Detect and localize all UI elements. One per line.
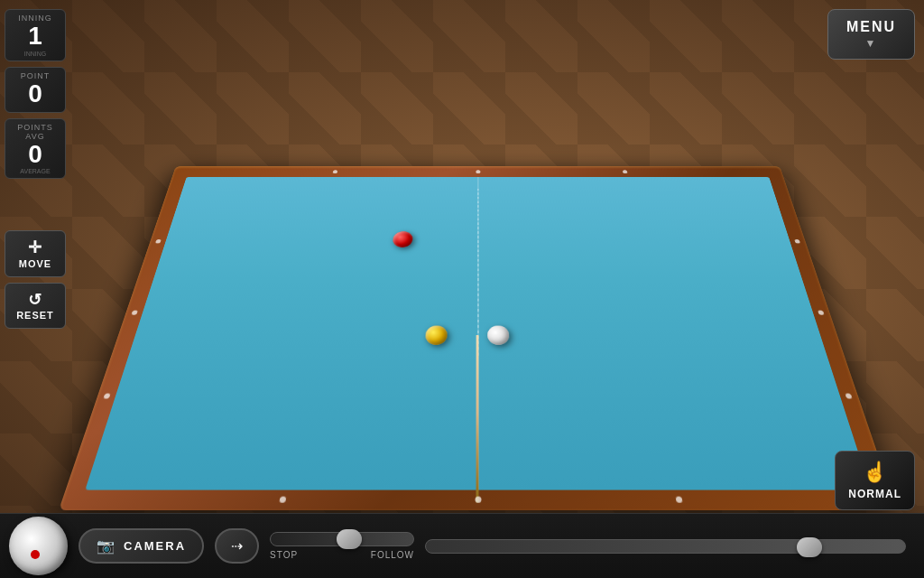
reset-button[interactable]: ↺ RESET [5,283,66,330]
power-thumb[interactable] [797,537,822,557]
pocket-dot [818,311,825,315]
cue-stick [476,335,478,502]
cue-ball-preview [9,517,68,575]
table-felt [85,177,870,490]
menu-button[interactable]: MENU ▼ [827,9,915,60]
move-icon: ✛ [9,238,61,258]
inning-box: INNING 1 INNING [5,9,66,61]
normal-button[interactable]: ☝ NORMAL [835,451,915,510]
pocket-dot [794,239,800,243]
pocket-dot [623,170,628,173]
direction-button[interactable]: ⇢ [215,528,259,564]
stop-label: STOP [270,550,298,560]
game-controls: ✛ MOVE ↺ RESET [5,230,66,334]
bottom-bar: 📷 CAMERA ⇢ STOP FOLLOW [0,513,924,578]
avg-label: Points Avg [11,123,60,141]
reset-icon: ↺ [9,291,61,311]
guide-line [477,189,478,359]
normal-label: NORMAL [848,488,901,500]
pocket-dot [476,170,480,173]
yellow-ball [425,326,448,345]
stop-follow-track[interactable] [270,532,414,546]
pocket-dot [845,393,852,398]
stop-follow-thumb[interactable] [337,529,362,549]
table-3d [59,166,897,510]
camera-icon: 📷 [97,537,116,555]
table-rail [59,166,897,510]
avg-value: 0 [11,141,60,169]
chevron-down-icon: ▼ [846,37,896,50]
pocket-dot [103,393,110,398]
avg-box: Points Avg 0 AVERAGE [5,118,66,180]
cue-ball-dot [31,550,40,559]
menu-label: MENU [846,19,896,34]
touch-icon: ☝ [848,461,901,484]
pocket-dot [675,497,682,503]
power-slider-area [425,539,915,554]
inning-sublabel: INNING [11,51,60,57]
reset-label: RESET [9,310,61,321]
inning-value: 1 [11,23,60,51]
pocket-dot [131,311,138,315]
point-box: POINT 0 [5,67,66,113]
camera-button[interactable]: 📷 CAMERA [79,528,204,564]
pocket-dot [280,497,287,503]
pocket-dot [475,497,481,503]
move-label: MOVE [9,258,61,269]
pocket-dot [155,239,162,243]
red-ball [393,231,413,247]
stop-follow-slider-area: STOP FOLLOW [270,532,414,560]
power-track[interactable] [425,539,906,554]
table-container [59,50,897,510]
camera-label: CAMERA [124,539,186,553]
avg-sublabel: AVERAGE [11,168,60,174]
follow-label: FOLLOW [371,550,414,560]
white-cue-ball [487,326,509,345]
point-value: 0 [11,80,60,108]
move-button[interactable]: ✛ MOVE [5,230,66,277]
stop-follow-labels: STOP FOLLOW [270,550,414,560]
arrow-icon: ⇢ [231,538,243,554]
pocket-dot [333,170,338,173]
score-panel: INNING 1 INNING POINT 0 Points Avg 0 AVE… [5,9,66,184]
